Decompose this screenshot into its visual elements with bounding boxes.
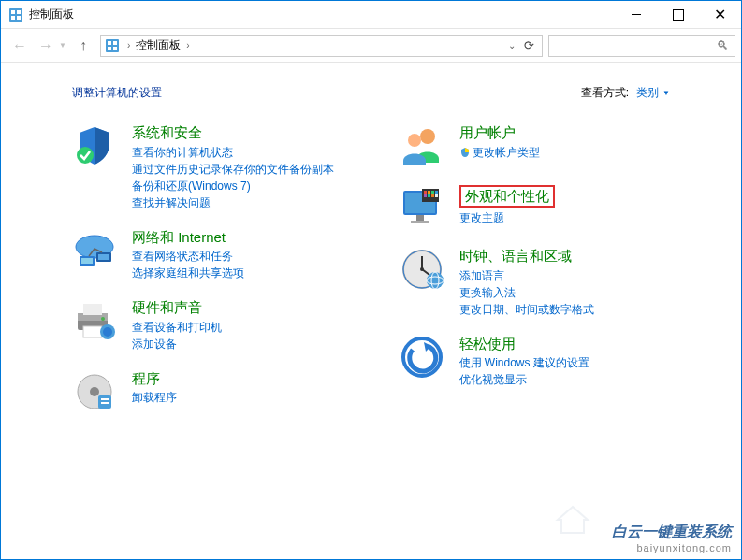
right-column: 用户帐户 更改帐户类型	[400, 123, 671, 431]
page-title: 调整计算机的设置	[72, 85, 162, 101]
svg-point-47	[420, 267, 424, 271]
view-by-dropdown[interactable]: 类别 ▼	[636, 85, 670, 101]
svg-rect-40	[435, 191, 438, 194]
svg-rect-44	[435, 194, 438, 197]
svg-rect-35	[411, 221, 429, 223]
ease-of-access-icon	[400, 335, 444, 380]
forward-button[interactable]: →	[35, 35, 57, 57]
svg-rect-1	[11, 10, 15, 14]
appearance-icon	[400, 185, 444, 230]
breadcrumb-separator: ›	[124, 40, 134, 50]
svg-point-22	[103, 327, 112, 337]
category-link[interactable]: 查找并解决问题	[132, 194, 343, 211]
category-link[interactable]: 优化视觉显示	[459, 371, 671, 388]
svg-point-31	[408, 134, 421, 147]
svg-rect-3	[11, 16, 15, 20]
category-link[interactable]: 查看设备和打印机	[132, 319, 343, 336]
window-title: 控制面板	[29, 7, 615, 22]
svg-point-30	[420, 129, 435, 144]
category-users: 用户帐户 更改帐户类型	[400, 123, 671, 168]
svg-rect-16	[98, 254, 109, 260]
category-title[interactable]: 轻松使用	[459, 335, 671, 353]
category-title[interactable]: 时钟、语言和区域	[459, 247, 671, 266]
category-title[interactable]: 系统和安全	[132, 123, 343, 142]
category-hardware: 硬件和声音 查看设备和打印机 添加设备	[72, 298, 343, 352]
watermark-title: 白云一键重装系统	[612, 523, 732, 542]
clock-icon	[400, 247, 444, 292]
svg-rect-28	[101, 398, 109, 400]
maximize-button[interactable]	[657, 1, 699, 28]
printer-icon	[72, 298, 117, 343]
search-input[interactable]: 🔍︎	[548, 35, 735, 57]
category-link[interactable]: 备份和还原(Windows 7)	[132, 178, 343, 194]
svg-rect-43	[431, 194, 434, 197]
address-dropdown-icon[interactable]: ⌄	[508, 40, 516, 50]
svg-rect-41	[424, 194, 427, 197]
control-panel-icon	[8, 7, 23, 22]
category-link[interactable]: 更换输入法	[459, 284, 671, 301]
history-dropdown[interactable]: ▼	[59, 41, 66, 50]
close-button[interactable]: ✕	[699, 1, 741, 28]
chevron-down-icon: ▼	[662, 89, 670, 97]
up-button[interactable]: ↑	[72, 35, 95, 57]
uac-shield-icon	[459, 147, 471, 158]
category-programs: 程序 卸载程序	[72, 369, 343, 414]
category-system-security: 系统和安全 查看你的计算机状态 通过文件历史记录保存你的文件备份副本 备份和还原…	[72, 123, 343, 211]
svg-rect-2	[17, 10, 21, 14]
svg-point-10	[77, 147, 94, 164]
search-icon: 🔍︎	[717, 38, 729, 52]
minimize-button[interactable]	[615, 1, 657, 28]
view-by-label: 查看方式:	[581, 85, 629, 101]
titlebar: 控制面板 ✕	[1, 1, 741, 29]
category-link[interactable]: 使用 Windows 建议的设置	[459, 354, 671, 371]
back-button[interactable]: ←	[8, 35, 31, 57]
category-link[interactable]: 查看网络状态和任务	[132, 248, 343, 265]
category-title[interactable]: 网络和 Internet	[132, 228, 343, 247]
category-link[interactable]: 添加设备	[132, 336, 343, 352]
category-title[interactable]: 外观和个性化	[459, 185, 555, 208]
control-panel-icon	[105, 38, 120, 53]
watermark: 白云一键重装系统 baiyunxitong.com	[612, 523, 732, 553]
svg-rect-20	[83, 326, 102, 337]
svg-rect-19	[83, 304, 102, 315]
categories-grid: 系统和安全 查看你的计算机状态 通过文件历史记录保存你的文件备份副本 备份和还原…	[1, 123, 741, 431]
svg-point-26	[90, 387, 99, 396]
category-link[interactable]: 选择家庭组和共享选项	[132, 265, 343, 281]
window-controls: ✕	[615, 1, 741, 28]
svg-rect-9	[113, 47, 117, 50]
svg-point-23	[101, 317, 105, 321]
svg-rect-39	[431, 191, 434, 194]
address-bar[interactable]: › 控制面板 › ⌄ ⟳	[100, 35, 543, 57]
category-link[interactable]: 卸载程序	[132, 389, 343, 406]
svg-rect-37	[424, 191, 427, 194]
svg-rect-38	[428, 191, 430, 194]
category-link[interactable]: 更改帐户类型	[459, 144, 671, 161]
category-title[interactable]: 程序	[132, 369, 343, 388]
svg-rect-42	[428, 194, 430, 197]
network-icon	[72, 228, 117, 273]
watermark-logo	[554, 503, 591, 537]
svg-rect-14	[81, 258, 93, 264]
category-link[interactable]: 更改日期、时间或数字格式	[459, 301, 671, 318]
category-title[interactable]: 用户帐户	[459, 123, 671, 142]
category-link[interactable]: 查看你的计算机状态	[132, 144, 343, 161]
content-header: 调整计算机的设置 查看方式: 类别 ▼	[1, 85, 741, 123]
watermark-url: baiyunxitong.com	[612, 542, 732, 553]
users-icon	[400, 123, 444, 168]
svg-rect-4	[17, 16, 21, 20]
category-title[interactable]: 硬件和声音	[132, 298, 343, 317]
category-network: 网络和 Internet 查看网络状态和任务 选择家庭组和共享选项	[72, 228, 343, 282]
svg-rect-8	[108, 47, 111, 50]
breadcrumb-root[interactable]: 控制面板	[134, 37, 182, 53]
category-appearance: 外观和个性化 更改主题	[400, 185, 671, 230]
left-column: 系统和安全 查看你的计算机状态 通过文件历史记录保存你的文件备份副本 备份和还原…	[72, 123, 343, 431]
svg-rect-34	[416, 215, 424, 221]
shield-icon	[72, 123, 117, 168]
refresh-button[interactable]: ⟳	[519, 36, 538, 55]
category-link[interactable]: 更改主题	[459, 209, 671, 226]
category-link[interactable]: 添加语言	[459, 267, 671, 284]
svg-point-48	[427, 272, 444, 289]
category-link[interactable]: 通过文件历史记录保存你的文件备份副本	[132, 161, 343, 178]
breadcrumb-separator: ›	[182, 40, 193, 50]
category-ease-of-access: 轻松使用 使用 Windows 建议的设置 优化视觉显示	[400, 335, 671, 389]
